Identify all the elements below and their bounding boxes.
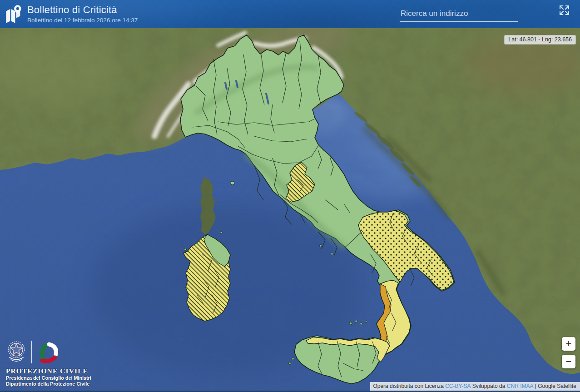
search-input[interactable] — [400, 7, 518, 22]
attribution-separator: | — [533, 383, 538, 389]
brand-divider — [31, 341, 32, 363]
map-with-location-pin-icon — [4, 4, 24, 24]
cursor-coordinates-badge: Lat: 46.801 - Lng: 23.656 — [504, 35, 576, 45]
developer-link[interactable]: CNR IMAA — [507, 383, 534, 389]
brand-line-presidenza: Presidenza del Consiglio dei Ministri — [6, 375, 91, 381]
brand-name: PROTEZIONE CIVILE — [6, 367, 91, 375]
app-header: Bollettino di Criticità Bollettino del 1… — [0, 0, 580, 28]
map-canvas[interactable] — [0, 0, 580, 392]
fullscreen-button[interactable] — [558, 4, 571, 18]
attribution-text: Sviluppato da — [471, 383, 506, 389]
zoom-out-button[interactable]: − — [562, 355, 575, 368]
protezione-civile-tricolor-logo — [36, 341, 60, 363]
brand-block: PROTEZIONE CIVILE Presidenza del Consigl… — [6, 339, 91, 387]
map-attribution: Opera distribuita con Licenza CC-BY-SA S… — [370, 382, 580, 391]
italy-republic-emblem — [6, 340, 27, 364]
page-title: Bollettino di Criticità — [27, 5, 138, 16]
app-root: Bollettino di Criticità Bollettino del 1… — [0, 0, 580, 392]
basemap-label: Google Satellite — [538, 383, 576, 389]
bulletin-date-subtitle: Bollettino del 12 febbraio 2026 ore 14:3… — [27, 17, 138, 24]
brand-line-dipartimento: Dipartimento della Protezione Civile — [6, 381, 91, 387]
zoom-controls: + − — [562, 337, 575, 368]
license-link[interactable]: CC-BY-SA — [445, 383, 471, 389]
attribution-text: Opera distribuita con Licenza — [373, 383, 445, 389]
expand-arrows-icon — [560, 5, 569, 15]
zoom-in-button[interactable]: + — [562, 337, 575, 351]
